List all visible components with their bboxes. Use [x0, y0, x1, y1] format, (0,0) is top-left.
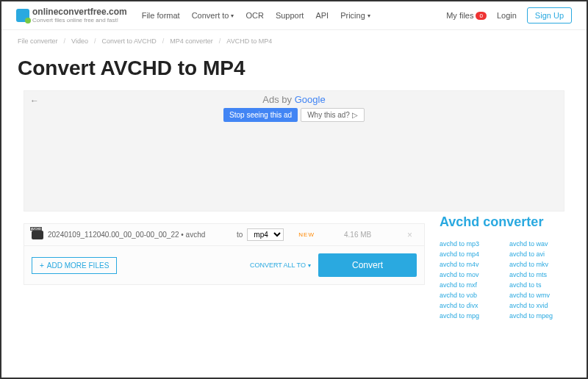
my-files-label: My files — [446, 11, 473, 20]
crumb-mp4-converter[interactable]: MP4 converter — [170, 37, 213, 45]
conv-link[interactable]: avchd to avi — [509, 250, 572, 258]
main-area: 20240109_112040.00_00_00-00_00_22 • avch… — [1, 212, 587, 320]
ad-buttons: Stop seeing this ad Why this ad?▷ — [24, 108, 564, 122]
file-name: 20240109_112040.00_00_00-00_00_22 • avch… — [48, 231, 205, 239]
login-link[interactable]: Login — [497, 11, 517, 20]
ad-back-icon[interactable]: ← — [30, 95, 39, 106]
format-select[interactable]: mp4 — [247, 228, 284, 241]
nav-api[interactable]: API — [315, 11, 329, 20]
conv-link[interactable]: avchd to vob — [440, 292, 502, 299]
conv-link[interactable]: avchd to wav — [509, 240, 572, 248]
crumb-video[interactable]: Video — [71, 37, 88, 45]
nav-label: Pricing — [340, 11, 365, 20]
convert-all-label: CONVERT ALL TO — [250, 261, 306, 269]
crumb-convert-to-avchd[interactable]: Convert to AVCHD — [101, 37, 156, 45]
play-icon: ▷ — [352, 111, 358, 119]
crumb-current: AVCHD to MP4 — [226, 37, 272, 45]
conv-link[interactable]: avchd to mp3 — [440, 240, 502, 248]
breadcrumb: File converter/ Video/ Convert to AVCHD/… — [1, 30, 587, 52]
add-more-label: ADD MORE FILES — [47, 261, 109, 270]
crumb-sep: / — [219, 37, 221, 45]
file-type-icon — [32, 231, 43, 239]
conv-link[interactable]: avchd to mp4 — [440, 250, 502, 258]
brand-sub: Convert files online free and fast! — [32, 18, 127, 24]
nav-label: Convert to — [192, 11, 229, 20]
signup-button[interactable]: Sign Up — [527, 7, 572, 24]
chevron-down-icon: ▾ — [231, 12, 234, 19]
crumb-file-converter[interactable]: File converter — [18, 37, 58, 45]
nav-support[interactable]: Support — [276, 11, 304, 20]
convert-button[interactable]: Convert — [318, 253, 417, 277]
header: onlineconvertfree.com Convert files onli… — [1, 1, 587, 30]
conv-link[interactable]: avchd to mkv — [509, 261, 572, 268]
ad-wrap: ← Ads by Google Stop seeing this ad Why … — [1, 90, 587, 212]
action-row: +ADD MORE FILES CONVERT ALL TO▾ Convert — [24, 246, 425, 285]
why-ad-button[interactable]: Why this ad?▷ — [301, 108, 365, 122]
nav-file-format[interactable]: File format — [142, 11, 180, 20]
conv-link[interactable]: avchd to xvid — [509, 302, 572, 309]
crumb-sep: / — [64, 37, 66, 45]
conv-link[interactable]: avchd to m4v — [440, 261, 502, 268]
conv-link[interactable]: avchd to mxf — [440, 281, 502, 289]
sidebar: Avchd converter avchd to mp3avchd to wav… — [440, 212, 587, 320]
my-files-badge: 0 — [476, 12, 486, 20]
file-size: 4.16 MB — [344, 231, 371, 239]
ad-google: Google — [295, 94, 326, 105]
left-col: 20240109_112040.00_00_00-00_00_22 • avch… — [24, 212, 425, 320]
logo-icon — [16, 9, 29, 22]
chevron-down-icon: ▾ — [308, 262, 311, 269]
to-label: to — [237, 231, 243, 239]
chevron-down-icon: ▾ — [368, 12, 370, 19]
header-right: My files 0 Login Sign Up — [446, 7, 572, 24]
ad-label: Ads by Google — [24, 91, 564, 105]
conv-link[interactable]: avchd to divx — [440, 302, 502, 309]
crumb-sep: / — [94, 37, 96, 45]
crumb-sep: / — [162, 37, 165, 45]
conv-link[interactable]: avchd to mpeg — [509, 312, 572, 320]
ad-label-prefix: Ads by — [262, 94, 294, 105]
why-ad-label: Why this ad? — [307, 111, 350, 119]
nav: File format Convert to▾ OCR Support API … — [142, 11, 370, 20]
conv-link[interactable]: avchd to mts — [509, 271, 572, 278]
conv-link[interactable]: avchd to ts — [509, 281, 572, 289]
nav-ocr[interactable]: OCR — [245, 11, 263, 20]
my-files-link[interactable]: My files 0 — [446, 11, 487, 20]
conv-link[interactable]: avchd to mov — [440, 271, 502, 278]
brand-name: onlineconvertfree.com — [32, 7, 127, 16]
add-more-button[interactable]: +ADD MORE FILES — [32, 257, 117, 274]
close-icon[interactable]: × — [403, 230, 417, 240]
stop-ad-button[interactable]: Stop seeing this ad — [223, 108, 298, 122]
ad-box: ← Ads by Google Stop seeing this ad Why … — [24, 90, 564, 212]
sidebar-title: Avchd converter — [440, 214, 572, 230]
plus-icon: + — [40, 261, 44, 270]
file-row: 20240109_112040.00_00_00-00_00_22 • avch… — [24, 223, 425, 246]
nav-convert-to[interactable]: Convert to▾ — [192, 11, 234, 20]
nav-pricing[interactable]: Pricing▾ — [340, 11, 370, 20]
sidebar-links: avchd to mp3avchd to wav avchd to mp4avc… — [440, 240, 572, 320]
convert-all-to[interactable]: CONVERT ALL TO▾ — [250, 261, 311, 269]
brand: onlineconvertfree.com Convert files onli… — [32, 7, 127, 24]
page-title: Convert AVCHD to MP4 — [1, 52, 587, 90]
logo[interactable]: onlineconvertfree.com Convert files onli… — [16, 7, 127, 24]
conv-link[interactable]: avchd to wmv — [509, 292, 572, 299]
new-tag: NEW — [298, 231, 315, 238]
conv-link[interactable]: avchd to mpg — [440, 312, 502, 320]
